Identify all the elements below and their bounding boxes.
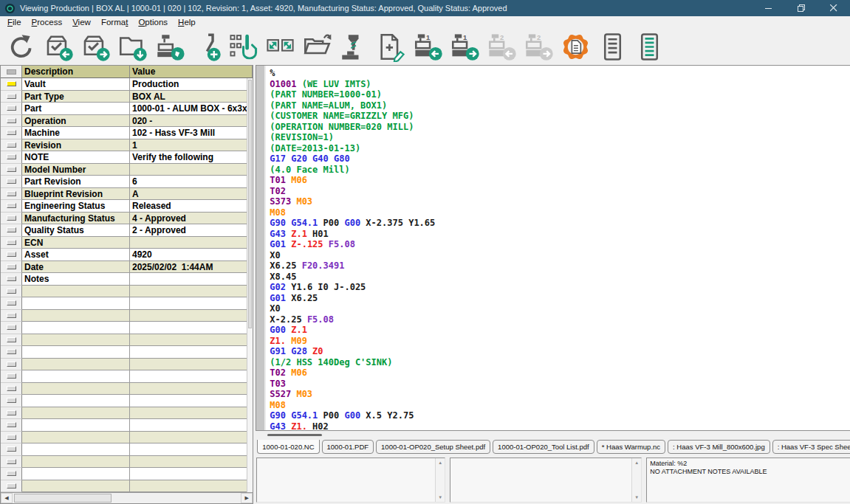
row-selector[interactable]: [1, 395, 22, 407]
row-selector[interactable]: [1, 151, 22, 164]
row-selector[interactable]: [1, 176, 22, 188]
code-line[interactable]: X6.25 F20.3491: [270, 260, 850, 272]
code-line[interactable]: G00 Z.1: [270, 325, 850, 336]
cell-description[interactable]: Operation: [22, 115, 130, 128]
cell-description[interactable]: Vault: [22, 78, 130, 91]
cell-description[interactable]: [22, 383, 130, 396]
row-selector-icon[interactable]: [7, 118, 16, 123]
table-row[interactable]: Part1000-01 - ALUM BOX - 6x3x1: [1, 103, 253, 115]
code-line[interactable]: X-2.25 F5.08: [270, 314, 850, 325]
row-selector-icon[interactable]: [7, 386, 16, 391]
code-line[interactable]: G43 Z1. H02: [270, 421, 850, 431]
code-line[interactable]: (REVISION=1): [270, 132, 850, 143]
select-all-box[interactable]: [7, 69, 16, 75]
code-line[interactable]: (PART NUMBER=1000-01): [270, 89, 850, 100]
document-edit-icon[interactable]: [374, 31, 407, 63]
cell-value[interactable]: [130, 480, 253, 493]
editor-horizontal-scrollbar[interactable]: [256, 431, 850, 440]
table-row[interactable]: [1, 456, 253, 469]
code-line[interactable]: (4.0 Face Mill): [270, 165, 850, 176]
code-line[interactable]: G43 Z.1 H01: [270, 229, 850, 240]
cell-value[interactable]: 102 - Hass VF-3 Mill: [130, 127, 253, 139]
code-line[interactable]: G17 G20 G40 G80: [270, 153, 850, 165]
scroll-right-button[interactable]: ▶: [241, 493, 253, 503]
restore-button[interactable]: [785, 0, 818, 16]
row-selector-icon[interactable]: [7, 215, 16, 221]
cell-value[interactable]: [130, 432, 253, 444]
code-line[interactable]: X0: [270, 250, 850, 261]
code-line[interactable]: T03: [270, 379, 850, 390]
menu-process[interactable]: Process: [27, 17, 68, 28]
machine1-receive-icon[interactable]: 1: [411, 31, 444, 63]
table-row[interactable]: Model Number: [1, 164, 253, 176]
table-row[interactable]: Engineering StatusReleased: [1, 200, 253, 213]
table-row[interactable]: VaultProduction: [1, 78, 253, 91]
code-line[interactable]: G90 G54.1 P00 G00 X.5 Y2.75: [270, 410, 850, 421]
cell-value[interactable]: [130, 273, 253, 286]
table-vertical-scrollbar[interactable]: [247, 78, 253, 492]
column-header-description[interactable]: Description: [22, 66, 130, 78]
cell-description[interactable]: Engineering Status: [22, 200, 130, 213]
file-tab-0[interactable]: 1000-01-020.NC: [257, 440, 319, 454]
table-row[interactable]: Asset4920: [1, 249, 253, 261]
code-line[interactable]: (1/2 HSS 140Deg C'SINK): [270, 357, 850, 368]
machine1-send-icon[interactable]: 1: [448, 31, 481, 63]
row-selector[interactable]: [1, 310, 22, 322]
table-row[interactable]: Quality Status2 - Approved: [1, 224, 253, 237]
code-line[interactable]: (OPERATION NUMBER=020 MILL): [270, 122, 850, 133]
row-selector[interactable]: [1, 432, 22, 444]
code-line[interactable]: Z1. M09: [270, 336, 850, 347]
cell-description[interactable]: Quality Status: [22, 224, 130, 237]
row-selector[interactable]: [1, 127, 22, 139]
cell-value[interactable]: [130, 407, 253, 420]
cell-description[interactable]: [22, 346, 130, 359]
row-selector-icon[interactable]: [7, 94, 16, 99]
code-line[interactable]: G02 Y1.6 I0 J-.025: [270, 282, 850, 293]
scroll-down-icon[interactable]: ▼: [438, 495, 442, 500]
row-selector-icon[interactable]: [7, 203, 16, 208]
file-tab-5[interactable]: : Haas VF-3 Mill_800x600.jpg: [668, 440, 770, 454]
code-line[interactable]: T01 M06: [270, 175, 850, 186]
cell-description[interactable]: [22, 432, 130, 444]
menu-file[interactable]: File: [2, 17, 27, 28]
row-selector-icon[interactable]: [7, 179, 16, 184]
nc-editor[interactable]: %O1001 (WE LUV IMTS)(PART NUMBER=1000-01…: [256, 65, 850, 431]
table-row[interactable]: [1, 383, 253, 396]
table-horizontal-scrollbar[interactable]: ◀ ▶: [1, 492, 253, 503]
row-selector[interactable]: [1, 224, 22, 237]
scroll-up-icon[interactable]: ▲: [438, 460, 442, 465]
cell-description[interactable]: ECN: [22, 237, 130, 249]
row-selector[interactable]: [1, 115, 22, 128]
table-row[interactable]: Manufacturing Status4 - Approved: [1, 213, 253, 225]
row-selector-icon[interactable]: [7, 362, 16, 367]
cell-value[interactable]: 2 - Approved: [130, 224, 253, 237]
file-tab-2[interactable]: 1000-01-OP020_Setup Sheet.pdf: [376, 440, 490, 454]
cell-value[interactable]: 2025/02/02 1:44AM: [130, 261, 253, 274]
nc-code[interactable]: %O1001 (WE LUV IMTS)(PART NUMBER=1000-01…: [266, 66, 850, 430]
folder-save-icon[interactable]: [116, 31, 148, 63]
cell-value[interactable]: Released: [130, 200, 253, 213]
notes1-scrollbar[interactable]: ▲▼: [435, 458, 445, 502]
row-selector[interactable]: [1, 139, 22, 152]
row-selector-icon[interactable]: [7, 142, 16, 148]
table-row[interactable]: [1, 419, 253, 432]
cell-value[interactable]: A: [130, 188, 253, 201]
table-row[interactable]: [1, 395, 253, 407]
table-row[interactable]: [1, 310, 253, 322]
row-selector-icon[interactable]: [7, 483, 16, 489]
table-row[interactable]: Part TypeBOX AL: [1, 91, 253, 103]
table-row[interactable]: NOTEVerify the following: [1, 151, 253, 164]
file-tab-3[interactable]: 1000-01-OP020_Tool List.pdf: [493, 440, 594, 454]
cell-description[interactable]: [22, 359, 130, 371]
row-selector-icon[interactable]: [7, 373, 16, 379]
cell-value[interactable]: [130, 310, 253, 322]
cell-value[interactable]: [130, 164, 253, 176]
row-selector-icon[interactable]: [7, 349, 16, 354]
table-row[interactable]: [1, 322, 253, 334]
code-line[interactable]: O1001 (WE LUV IMTS): [270, 79, 850, 90]
fit-expand-icon[interactable]: [264, 31, 296, 63]
row-selector[interactable]: [1, 468, 22, 480]
row-selector-icon[interactable]: [7, 252, 16, 257]
cell-value[interactable]: 020 -: [130, 115, 253, 128]
scrollbar-thumb[interactable]: [14, 494, 112, 503]
